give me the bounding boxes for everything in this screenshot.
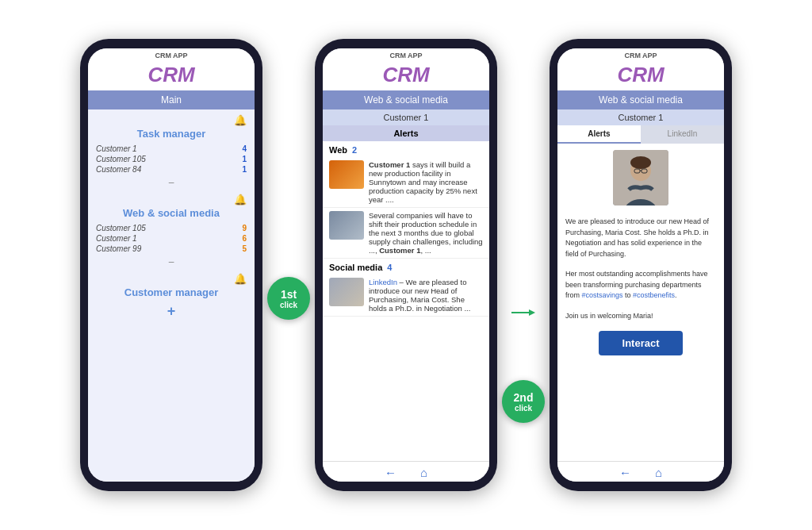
customer-manager-title: Customer manager (96, 286, 247, 298)
profile-text-3: Join us in welcoming Maria! (557, 306, 724, 327)
web-news-item-2[interactable]: Several companies will have to shift the… (323, 208, 489, 259)
social-news-text-1: LinkedIn – We are pleased to introduce o… (369, 278, 483, 313)
web-item-1[interactable]: Customer 105 9 (96, 224, 247, 232)
phone1-app-label: CRM APP (88, 48, 255, 61)
badge1-label: 1st (281, 288, 297, 301)
task-manager-title: Task manager (96, 128, 247, 140)
task-item-1[interactable]: Customer 1 4 (96, 144, 247, 153)
phone3-content: We are pleased to introduce our new Head… (557, 144, 724, 461)
web-social-section: 🔔 Web & social media Customer 105 9 Cust… (96, 194, 247, 270)
web-news-text-1: Customer 1 says it will build a new prod… (369, 160, 483, 204)
bell-icon-web: 🔔 (96, 194, 247, 205)
costbenefits-link[interactable]: #costbenefits (633, 291, 675, 299)
task-list: Customer 1 4 Customer 105 1 Customer 84 … (96, 144, 247, 174)
second-click-badge: 2nd click (502, 380, 545, 423)
task-count-1: 4 (242, 144, 247, 153)
profile-photo (613, 150, 668, 205)
social-count-badge: 4 (387, 263, 392, 272)
web-social-title: Web & social media (96, 207, 247, 219)
phone2-customer-header: Customer 1 (323, 109, 489, 125)
phone2-alerts-header: Alerts (323, 125, 489, 141)
web-customer-1: Customer 105 (96, 224, 146, 232)
web-news-item-1[interactable]: Customer 1 says it will build a new prod… (323, 157, 489, 208)
phone3-home-icon[interactable]: ⌂ (655, 466, 662, 479)
thumb-grey (329, 211, 364, 240)
phone2-section-header: Web & social media (323, 90, 489, 109)
phone2-content: Web 2 Customer 1 says it will build a ne… (323, 141, 489, 461)
web-item-3[interactable]: Customer 99 5 (96, 244, 247, 253)
web-customer-3: Customer 99 (96, 244, 141, 253)
badge2-label: 2nd (514, 391, 534, 404)
svg-point-7 (630, 156, 651, 169)
social-label: Social media 4 (323, 259, 489, 275)
profile-text-1: We are pleased to introduce our new Head… (557, 212, 724, 264)
phone3-section-header: Web & social media (557, 90, 724, 109)
interact-button[interactable]: Interact (599, 331, 684, 355)
bell-icon-task: 🔔 (96, 114, 247, 126)
phone3-customer-header: Customer 1 (557, 109, 724, 125)
web-count-1: 9 (242, 224, 247, 232)
web-social-list: Customer 105 9 Customer 1 6 Customer 99 … (96, 224, 247, 253)
tab-alerts[interactable]: Alerts (557, 125, 641, 144)
task-count-3: 1 (242, 165, 247, 174)
phone3-bottom-nav: ← ⌂ (557, 461, 724, 482)
person-photo-svg (613, 150, 668, 205)
task-count-2: 1 (242, 155, 247, 163)
task-customer-1: Customer 1 (96, 144, 137, 153)
customer-manager-section: 🔔 Customer manager + (96, 273, 247, 320)
task-item-2[interactable]: Customer 105 1 (96, 155, 247, 163)
back-arrow-icon[interactable]: ← (385, 466, 396, 479)
dash-1: – (96, 177, 247, 188)
arrow2-svg (511, 305, 535, 321)
web-text: Web (329, 145, 347, 155)
tab-row: Alerts LinkedIn (557, 125, 724, 144)
web-customer-2: Customer 1 (96, 234, 137, 243)
web-count-badge: 2 (352, 145, 357, 155)
social-news-item-1[interactable]: LinkedIn – We are pleased to introduce o… (323, 275, 489, 317)
phone1-app-title: CRM (88, 61, 255, 90)
phone1-section-header: Main (88, 90, 255, 109)
badge2-sublabel: click (515, 404, 532, 413)
social-text: Social media (329, 263, 382, 272)
scene: CRM APP CRM Main 🔔 Task manager Customer… (0, 0, 812, 530)
phone3-app-label: CRM APP (557, 48, 724, 61)
bell-icon-customer: 🔔 (96, 273, 247, 285)
costsavings-link[interactable]: #costsavings (582, 291, 623, 299)
thumb-orange (329, 160, 364, 189)
phone2-bottom-nav: ← ⌂ (323, 461, 489, 482)
task-customer-2: Customer 105 (96, 155, 146, 163)
web-news-text-2: Several companies will have to shift the… (369, 211, 483, 255)
phone3: CRM APP CRM Web & social media Customer … (550, 39, 732, 491)
web-item-2[interactable]: Customer 1 6 (96, 234, 247, 243)
phone3-screen: CRM APP CRM Web & social media Customer … (557, 48, 724, 482)
phone2: CRM APP CRM Web & social media Customer … (315, 39, 497, 491)
web-count-3: 5 (242, 244, 247, 253)
web-count-2: 6 (242, 234, 247, 243)
badge1-sublabel: click (280, 301, 297, 309)
profile-text-2: Her most outstanding accomplishments hav… (557, 264, 724, 306)
phone3-back-arrow-icon[interactable]: ← (619, 466, 631, 479)
add-customer-button[interactable]: + (96, 303, 247, 320)
dash-2: – (96, 256, 247, 267)
phone1-main-content: 🔔 Task manager Customer 1 4 Customer 105… (88, 109, 255, 482)
phone1: CRM APP CRM Main 🔔 Task manager Customer… (80, 39, 262, 491)
phone1-screen: CRM APP CRM Main 🔔 Task manager Customer… (88, 48, 255, 482)
task-item-3[interactable]: Customer 84 1 (96, 165, 247, 174)
phone2-app-label: CRM APP (323, 48, 489, 61)
phone3-app-title: CRM (557, 61, 724, 90)
svg-marker-3 (529, 309, 535, 316)
web-label: Web 2 (323, 141, 489, 157)
first-click-badge: 1st click (267, 277, 310, 320)
task-customer-3: Customer 84 (96, 165, 141, 174)
task-manager-section: 🔔 Task manager Customer 1 4 Customer 105… (96, 114, 247, 190)
home-icon[interactable]: ⌂ (420, 466, 427, 479)
tab-linkedin[interactable]: LinkedIn (641, 125, 724, 144)
profile-section (557, 144, 724, 212)
phone2-app-title: CRM (323, 61, 489, 90)
thumb-woman-small (329, 278, 364, 306)
phone2-screen: CRM APP CRM Web & social media Customer … (323, 48, 489, 482)
